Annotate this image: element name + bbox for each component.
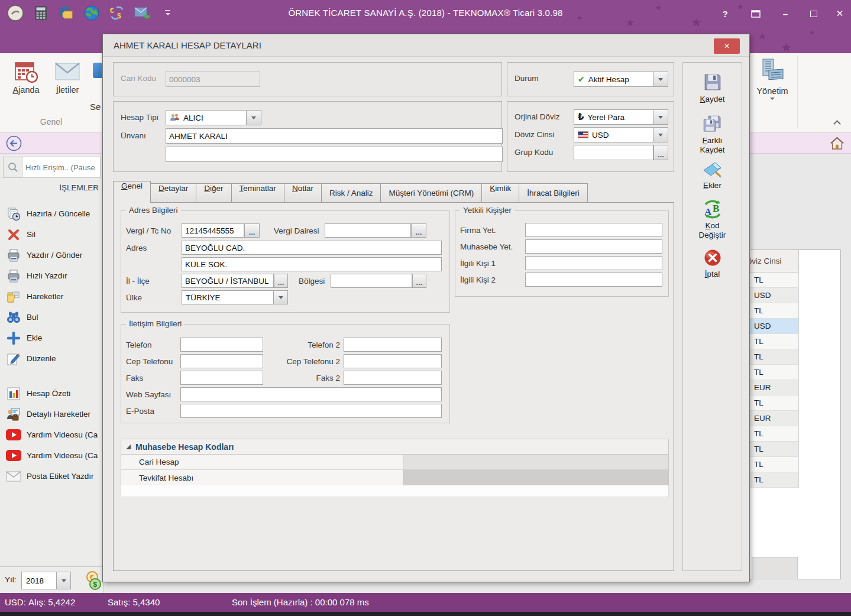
tab-kimlik[interactable]: Kimlik	[482, 183, 519, 203]
vergi-no-input[interactable]	[182, 223, 244, 238]
currency-coins-icon[interactable]: €$	[85, 570, 103, 589]
minimize-button[interactable]: –	[772, 0, 799, 27]
tab-ihracat-bilgileri[interactable]: İhracat Bilgileri	[519, 183, 588, 203]
dialog-close-button[interactable]: ✕	[714, 38, 740, 54]
cep-telefonu-2-input[interactable]	[344, 354, 442, 368]
year-dropdown-button[interactable]	[57, 572, 71, 589]
maximize-button[interactable]	[800, 0, 827, 27]
web-sayfasi-label: Web Sayfası	[126, 390, 171, 399]
tab-risk-analiz[interactable]: Risk / Analiz	[322, 183, 381, 203]
vergi-no-browse-button[interactable]: ...	[244, 223, 260, 238]
tab-musteri-yonetimi-crm[interactable]: Müşteri Yönetimi (CRM)	[381, 183, 482, 203]
grup-kodu-input[interactable]	[574, 145, 653, 160]
il-ilce-input[interactable]	[182, 274, 274, 288]
muhasebe-row-value[interactable]	[403, 455, 668, 469]
printer-icon	[6, 268, 21, 284]
ulke-dropdown-button[interactable]	[274, 290, 288, 304]
yonetim-label: Yönetim	[756, 86, 788, 96]
orjinal-doviz-combo[interactable]: ₺Yerel Para	[574, 109, 668, 125]
durum-combo[interactable]: ✔Aktif Hesap	[574, 72, 668, 87]
tab-diger[interactable]: Diğer	[196, 183, 231, 203]
sidebar-item-hazirla-guncelle[interactable]: Hazırla / Güncelle	[0, 203, 103, 224]
hesap-tipi-dropdown-button[interactable]	[247, 110, 261, 125]
bolgesi-label: Bölgesi	[299, 277, 325, 286]
ilgili-kisi-1-input[interactable]	[525, 256, 662, 270]
ulke-combo[interactable]: TÜRKİYE	[182, 290, 288, 304]
buildings-icon	[750, 56, 795, 86]
ribbon-button-yonetim[interactable]: Yönetim	[750, 56, 795, 100]
muhasebe-row-cari-hesap[interactable]: Cari Hesap	[121, 455, 668, 470]
e-posta-label: E-Posta	[126, 407, 154, 416]
search-input[interactable]	[22, 157, 101, 178]
il-ilce-browse-button[interactable]: ...	[274, 274, 288, 288]
adres-input-2[interactable]	[182, 257, 442, 271]
cari-kodu-input[interactable]	[166, 72, 260, 87]
sidebar-item-sil[interactable]: Sil	[0, 224, 103, 245]
muhasebe-row-value[interactable]	[403, 470, 668, 485]
durum-dropdown-button[interactable]	[653, 72, 668, 87]
sidebar-item-posta-etiket[interactable]: Posta Etiket Yazdır	[0, 466, 103, 487]
farkli-kaydet-label: Farklı Kaydet	[692, 136, 733, 155]
ekler-button[interactable]: Ekler	[683, 161, 742, 190]
firma-yet-input[interactable]	[525, 223, 662, 237]
orjinal-doviz-dropdown-button[interactable]	[653, 109, 668, 125]
durum-label: Durum	[515, 74, 539, 83]
ribbon-button-iletiler[interactable]: İletiler	[48, 58, 86, 95]
e-posta-input[interactable]	[180, 404, 442, 418]
faks-2-input[interactable]	[344, 371, 442, 385]
hesap-tipi-combo[interactable]: ALICI	[166, 110, 261, 125]
adres-bilgileri-fieldset: Adres Bilgileri Vergi / Tc No ... Vergi …	[121, 210, 450, 313]
sidebar-item-hareketler[interactable]: Hareketler	[0, 286, 103, 307]
muhasebe-yet-input[interactable]	[525, 239, 662, 254]
kod-degistir-button[interactable]: AB Kod Değiştir	[683, 200, 742, 240]
help-button[interactable]: ?	[711, 0, 739, 27]
cep-telefonu-input[interactable]	[180, 354, 263, 368]
home-button[interactable]	[829, 135, 845, 154]
partial-button-label[interactable]: Se	[90, 102, 101, 112]
sidebar-item-detayli-hareketler[interactable]: Detaylı Hareketler	[0, 404, 103, 424]
chevron-down-icon	[62, 579, 66, 582]
vergi-dairesi-input[interactable]	[325, 223, 411, 238]
bolgesi-input[interactable]	[331, 274, 412, 288]
iptal-button[interactable]: İptal	[683, 248, 742, 279]
unvani-input[interactable]	[166, 128, 503, 144]
close-window-button[interactable]: ✕	[826, 0, 851, 27]
bolgesi-browse-button[interactable]: ...	[412, 274, 426, 288]
tab-detaylar[interactable]: Detaylar	[151, 183, 196, 203]
year-select[interactable]: 2018	[21, 572, 71, 589]
telefon-2-input[interactable]	[344, 338, 442, 352]
telefon-input[interactable]	[180, 338, 263, 352]
sidebar-item-yardim-videosu-2[interactable]: Yardım Videosu (Ca	[0, 445, 103, 466]
window-options-button[interactable]	[742, 0, 769, 27]
currency-cell: EUR	[754, 414, 771, 423]
ilgili-kisi-2-input[interactable]	[525, 273, 662, 287]
web-sayfasi-input[interactable]	[180, 387, 442, 401]
sidebar-item-hizli-yazdir[interactable]: Hızlı Yazdır	[0, 265, 103, 286]
unvani-input-2[interactable]	[166, 147, 503, 162]
tab-genel[interactable]: Genel	[113, 181, 151, 203]
farkli-kaydet-button[interactable]: Farklı Kaydet	[683, 114, 742, 155]
grup-kodu-browse-button[interactable]: ...	[653, 145, 668, 160]
ribbon-button-ajanda[interactable]: Ajanda	[7, 58, 45, 95]
sidebar-item-duzenle[interactable]: Düzenle	[0, 348, 103, 369]
kaydet-button[interactable]: Kaydet	[683, 72, 742, 104]
sidebar-item-hesap-ozeti[interactable]: Hesap Özeti	[0, 383, 103, 404]
collapse-ribbon-button[interactable]	[830, 119, 843, 128]
sidebar-item-yardim-videosu-1[interactable]: Yardım Videosu (Ca	[0, 424, 103, 445]
tab-teminatlar[interactable]: Teminatlar	[232, 183, 284, 203]
sidebar-item-bul[interactable]: Bul	[0, 307, 103, 328]
doviz-cinsi-dropdown-button[interactable]	[653, 127, 668, 142]
sidebar-item-yazdir-gonder[interactable]: Yazdır / Gönder	[0, 245, 103, 265]
sidebar-item-ekle[interactable]: Ekle	[0, 328, 103, 348]
dialog-header[interactable]: AHMET KARALI HESAP DETAYLARI ✕	[103, 34, 749, 57]
muhasebe-row-tevkifat[interactable]: Tevkifat Hesabı	[121, 470, 668, 485]
vergi-dairesi-browse-button[interactable]: ...	[411, 223, 426, 238]
tab-notlar[interactable]: Notlar	[284, 183, 322, 203]
doviz-group: Orjinal Döviz ₺Yerel Para Döviz Cinsi US…	[507, 101, 674, 172]
back-button[interactable]	[6, 135, 22, 154]
doviz-cinsi-combo[interactable]: USD	[574, 127, 668, 142]
muhasebe-row-label: Cari Hesap	[121, 455, 403, 469]
faks-input[interactable]	[180, 371, 263, 385]
adres-input-1[interactable]	[182, 241, 442, 255]
muhasebe-grid-header[interactable]: Muhasebe Hesap Kodları	[121, 439, 668, 455]
